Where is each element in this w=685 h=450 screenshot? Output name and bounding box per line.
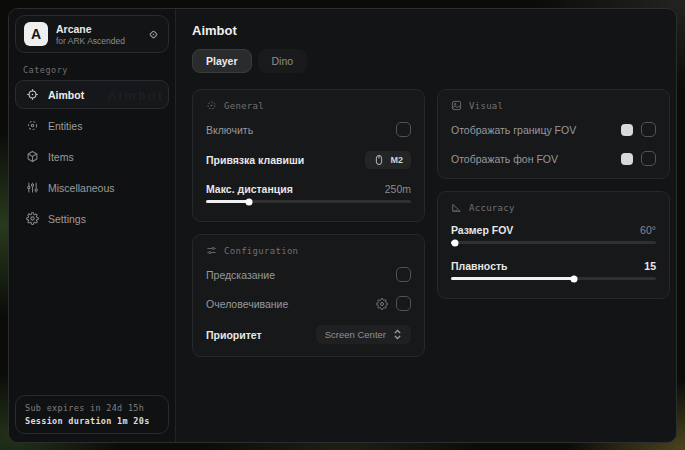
logo-card: A Arcane for ARK Ascended xyxy=(15,15,169,53)
session-info-card: Sub expires in 24d 15h Session duration … xyxy=(15,395,169,434)
fov-size-value: 60° xyxy=(640,224,656,236)
chevron-up-down-icon xyxy=(393,329,402,340)
enable-checkbox[interactable] xyxy=(396,122,411,137)
sidebar-item-label: Settings xyxy=(48,213,86,225)
aimbot-ghost-watermark: Aimbot xyxy=(107,87,164,102)
smoothness-value: 15 xyxy=(644,260,656,272)
enable-label: Включить xyxy=(206,124,253,136)
sidebar-item-miscellaneous[interactable]: Miscellaneous xyxy=(15,173,169,202)
slider-thumb[interactable] xyxy=(571,275,578,282)
package-icon xyxy=(26,150,39,163)
tab-bar: Player Dino xyxy=(192,49,670,73)
sidebar-item-aimbot[interactable]: Aimbot Aimbot xyxy=(15,80,169,109)
card-header-label: Accuracy xyxy=(469,203,515,213)
general-card: General Включить Привязка клавиши xyxy=(192,89,425,222)
sliders-icon xyxy=(26,181,39,194)
app-logo: A xyxy=(24,22,48,46)
main-panel: Aimbot Player Dino General xyxy=(176,9,677,442)
sub-expires-text: Sub expires in 24d 15h xyxy=(25,403,159,413)
keybind-button[interactable]: M2 xyxy=(365,151,411,169)
sidebar-item-label: Miscellaneous xyxy=(48,182,115,194)
app-subtitle: for ARK Ascended xyxy=(56,36,125,46)
tab-player[interactable]: Player xyxy=(192,49,252,73)
page-title: Aimbot xyxy=(192,23,670,38)
mouse-icon xyxy=(373,154,385,166)
fov-border-checkbox[interactable] xyxy=(641,122,656,137)
sidebar-item-entities[interactable]: Entities xyxy=(15,111,169,140)
smoothness-label: Плавность xyxy=(451,260,508,272)
configuration-card: Configuration Предсказание Очеловечивани… xyxy=(192,234,425,357)
fov-border-label: Отображать границу FOV xyxy=(451,124,576,136)
fov-size-label: Размер FOV xyxy=(451,224,513,236)
keybind-label: Привязка клавиши xyxy=(206,154,304,166)
sidebar-item-items[interactable]: Items xyxy=(15,142,169,171)
radar-icon xyxy=(26,119,39,132)
card-header-label: Configuration xyxy=(224,246,298,256)
app-window: A Arcane for ARK Ascended Category xyxy=(8,8,677,443)
app-title: Arcane xyxy=(56,23,125,35)
card-header-label: General xyxy=(224,101,264,111)
card-header-label: Visual xyxy=(469,101,503,111)
tune-icon xyxy=(206,245,217,256)
target-dot-icon xyxy=(206,100,217,111)
fov-border-color-swatch[interactable] xyxy=(621,124,633,136)
sidebar-item-label: Entities xyxy=(48,120,82,132)
gear-icon xyxy=(26,212,39,225)
fov-size-slider[interactable] xyxy=(451,241,656,244)
visual-card: Visual Отображать границу FOV Отображать… xyxy=(437,89,670,179)
max-distance-label: Макс. дистанция xyxy=(206,183,293,195)
fov-bg-color-swatch[interactable] xyxy=(621,153,633,165)
sidebar-item-settings[interactable]: Settings xyxy=(15,204,169,233)
max-distance-value: 250m xyxy=(385,183,411,195)
slider-thumb[interactable] xyxy=(452,239,459,246)
category-label: Category xyxy=(23,65,161,75)
humanize-checkbox[interactable] xyxy=(396,296,411,311)
session-duration-text: Session duration 1m 20s xyxy=(25,416,159,426)
prediction-checkbox[interactable] xyxy=(396,267,411,282)
sidebar-nav: Aimbot Aimbot Entities xyxy=(15,80,169,233)
smoothness-slider[interactable] xyxy=(451,277,656,280)
max-distance-slider[interactable] xyxy=(206,200,411,203)
priority-label: Приоритет xyxy=(206,329,262,341)
prediction-label: Предсказание xyxy=(206,269,275,281)
crosshair-icon xyxy=(26,88,39,101)
accuracy-card: Accuracy Размер FOV 60° Плавность 15 xyxy=(437,191,670,299)
priority-select[interactable]: Screen Center xyxy=(316,325,411,344)
sidebar: A Arcane for ARK Ascended Category xyxy=(9,9,176,442)
tab-dino[interactable]: Dino xyxy=(258,49,308,73)
diamond-target-icon[interactable] xyxy=(147,28,160,41)
keybind-value: M2 xyxy=(390,155,403,165)
humanize-settings-gear-icon[interactable] xyxy=(376,298,388,310)
priority-value: Screen Center xyxy=(325,329,386,340)
slider-thumb[interactable] xyxy=(246,198,253,205)
fov-bg-checkbox[interactable] xyxy=(641,151,656,166)
image-icon xyxy=(451,100,462,111)
humanize-label: Очеловечивание xyxy=(206,298,288,310)
fov-bg-label: Отображать фон FOV xyxy=(451,153,558,165)
sidebar-item-label: Aimbot xyxy=(48,89,84,101)
triangle-ruler-icon xyxy=(451,202,462,213)
sidebar-item-label: Items xyxy=(48,151,74,163)
